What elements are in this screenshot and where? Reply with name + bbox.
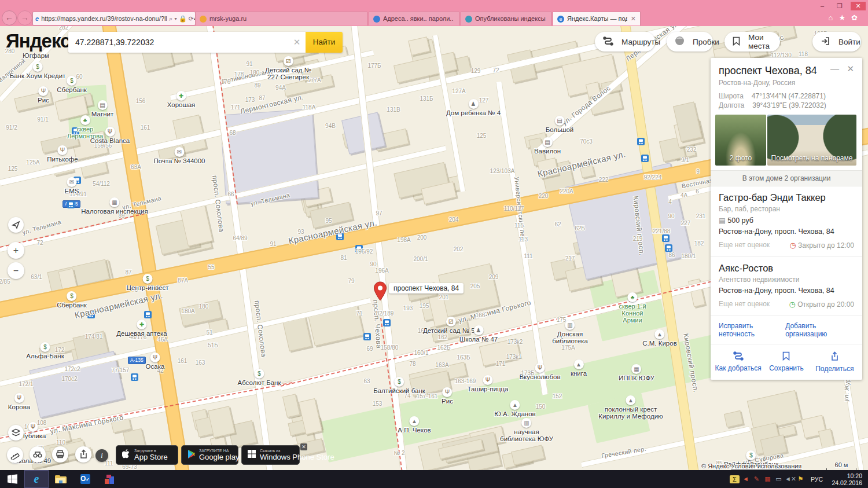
zoom-out-button[interactable]: − bbox=[8, 262, 24, 279]
panel-minimize-icon[interactable]: — bbox=[830, 64, 839, 74]
clear-search-icon[interactable]: ✕ bbox=[288, 32, 306, 53]
map-poi-label[interactable]: ✉EMS bbox=[65, 177, 79, 195]
transit-stop-icon[interactable] bbox=[662, 234, 670, 241]
badges-close-icon[interactable]: ✕ bbox=[300, 443, 307, 450]
explorer-taskbar-icon[interactable] bbox=[49, 470, 73, 488]
map-poi-label[interactable]: ✚Хорошая bbox=[167, 91, 196, 108]
transit-stop-icon[interactable] bbox=[67, 200, 75, 208]
share-button[interactable]: Поделиться bbox=[811, 350, 859, 373]
map-poi-label[interactable]: ▲А.П. Чехов bbox=[398, 416, 431, 434]
transit-stop-icon[interactable] bbox=[363, 332, 371, 340]
save-button[interactable]: Сохранить bbox=[762, 350, 810, 373]
map-poi-label[interactable]: ▤Вавилон bbox=[534, 137, 561, 155]
geolocation-button[interactable] bbox=[8, 217, 24, 233]
map-poi-label[interactable]: $Центр-инвест bbox=[127, 274, 169, 291]
window-minimize-button[interactable]: – bbox=[815, 2, 830, 10]
fix-inaccuracy-link[interactable]: Исправить неточность bbox=[719, 322, 785, 338]
forward-button[interactable]: → bbox=[17, 10, 32, 25]
window-restore-button[interactable]: ❐ bbox=[832, 2, 847, 10]
chart-tray-icon[interactable]: ▦ bbox=[763, 475, 773, 483]
back-button[interactable]: ← bbox=[2, 10, 17, 25]
map-poi-label[interactable]: ✚Дешевая аптека bbox=[116, 320, 167, 337]
map-poi-label[interactable]: ΨКорова bbox=[8, 393, 30, 410]
outlook-taskbar-icon[interactable]: O✓ bbox=[73, 470, 97, 488]
yandex-logo[interactable]: Яндекс bbox=[6, 30, 70, 52]
ie-taskbar-icon[interactable]: e bbox=[24, 470, 49, 488]
app-blocks-taskbar-icon[interactable] bbox=[97, 470, 122, 488]
map-poi-label[interactable]: ⚂Детский сад № 227 Снегирек bbox=[265, 56, 311, 80]
organization-card[interactable]: Аякс-Ростов Агентство недвижимости Росто… bbox=[711, 257, 862, 316]
nav-pill-routes[interactable]: Маршруты bbox=[595, 32, 655, 52]
pen-tray-icon[interactable]: ✎ bbox=[752, 475, 762, 483]
map-poi-label[interactable]: ▲Ю.А. Жданов bbox=[494, 400, 535, 417]
transit-stop-icon[interactable] bbox=[383, 318, 391, 326]
tab-close-icon[interactable]: ✕ bbox=[627, 12, 636, 25]
map-poi-label[interactable]: $Сбербанк bbox=[57, 291, 87, 309]
map-poi-label[interactable]: ♟Школа № 47 bbox=[459, 325, 498, 343]
info-button[interactable]: i bbox=[95, 449, 108, 462]
favorites-star-icon[interactable]: ★ bbox=[838, 13, 851, 22]
transit-stop-icon[interactable] bbox=[144, 310, 152, 318]
browser-tab-4[interactable]: eЯндекс.Карты — подробна...✕ bbox=[553, 12, 641, 25]
add-organization-link[interactable]: Добавить организацию bbox=[785, 322, 854, 338]
map-poi-label[interactable]: $Абсолют Банк bbox=[237, 369, 281, 386]
flag-warning-tray-icon[interactable]: ⚑ bbox=[796, 475, 806, 483]
map-poi-label[interactable]: ΨВкуснолюбов bbox=[519, 363, 560, 380]
sigma-tray-icon[interactable]: Σ bbox=[730, 475, 740, 483]
org-name[interactable]: Аякс-Ростов bbox=[719, 263, 854, 274]
volume-red-tray-icon[interactable]: ◄ bbox=[741, 475, 751, 483]
map-marker-pin[interactable] bbox=[373, 281, 387, 303]
transit-stop-icon[interactable] bbox=[131, 373, 138, 380]
map-poi-label[interactable]: ▦ИППК ЮФУ bbox=[619, 364, 654, 381]
window-close-button[interactable]: ✕ bbox=[851, 2, 866, 10]
transit-stop-icon[interactable] bbox=[641, 154, 649, 162]
transit-stop-icon[interactable] bbox=[665, 244, 672, 251]
organization-card[interactable]: Гастро-бар Энди Таккер Бар, паб, рестора… bbox=[711, 186, 862, 257]
language-indicator[interactable]: РУС bbox=[811, 476, 823, 483]
photo-thumbnail[interactable]: 2 фото bbox=[715, 115, 766, 166]
ruler-button[interactable] bbox=[7, 447, 23, 463]
map-poi-label[interactable]: ΨТашир-пицца bbox=[468, 375, 509, 392]
layers-button[interactable] bbox=[8, 425, 24, 441]
map-poi-label[interactable]: ▦Налоговая инспекция bbox=[81, 197, 148, 215]
terms-link[interactable]: Условия использования bbox=[731, 463, 801, 469]
map-poi-label[interactable]: ΨПитькофе bbox=[47, 145, 78, 163]
search-input[interactable]: 47.228871,39.722032 bbox=[68, 32, 288, 53]
org-name[interactable]: Гастро-бар Энди Таккер bbox=[719, 192, 854, 203]
map-poi-label[interactable]: ✉Почта № 344000 bbox=[153, 147, 205, 164]
zoom-in-button[interactable]: + bbox=[8, 242, 24, 259]
transit-stop-icon[interactable] bbox=[637, 137, 645, 145]
map-poi-label[interactable]: ΨРис bbox=[442, 387, 453, 405]
taskbar-clock[interactable]: 10:2024.02.2016 bbox=[827, 472, 862, 486]
nav-pill-login[interactable]: Войти bbox=[812, 32, 861, 52]
get-directions-button[interactable]: Как добраться bbox=[714, 350, 762, 373]
volume-muted-tray-icon[interactable]: ◄✕ bbox=[785, 475, 795, 483]
panorama-thumbnail[interactable]: Посмотреть на панораме bbox=[767, 115, 856, 166]
nav-pill-my-places[interactable]: Мои места bbox=[724, 32, 780, 52]
map-poi-label[interactable]: ▲поклонный крест Кириллу и Мефодию bbox=[598, 395, 663, 420]
map-poi-label[interactable]: ▲С.М. Киров bbox=[642, 329, 677, 347]
address-bar[interactable]: ehttps://maps.yandex.ru/39/rostov-na-don… bbox=[32, 12, 196, 25]
windowsphone-badge[interactable]: Скачать изWindows Phone Store bbox=[241, 445, 300, 465]
appstore-badge[interactable]: Загрузите вApp Store bbox=[116, 445, 178, 465]
print-button[interactable] bbox=[52, 446, 68, 463]
map-poi-label[interactable]: ▥Донская библиотека bbox=[552, 320, 588, 344]
map-poi-label[interactable]: ΨПублика bbox=[20, 422, 46, 439]
network-tray-icon[interactable]: ▭ bbox=[774, 475, 784, 483]
browser-tab-2[interactable]: Адреса.. явки.. пароли.. - Фор... bbox=[369, 12, 459, 25]
map-marker-label[interactable]: проспект Чехова, 84 bbox=[389, 283, 464, 293]
map-poi-label[interactable]: ▲книга bbox=[571, 359, 587, 377]
map-poi-label[interactable]: ▤Большой bbox=[546, 116, 573, 133]
map-poi-label[interactable]: ♣сквер 1-й Конной Армии bbox=[619, 292, 646, 324]
search-button[interactable]: Найти bbox=[306, 32, 343, 53]
map-poi-label[interactable]: ΨОсака bbox=[146, 353, 165, 370]
map-poi-label[interactable]: $Альфа-Банк bbox=[26, 342, 64, 359]
binoculars-button[interactable] bbox=[30, 446, 46, 463]
googleplay-badge[interactable]: ЗАГРУЗИТЕ НАGoogle play bbox=[181, 445, 238, 465]
map-poi-label[interactable]: ▥научная библиотека ЮФУ bbox=[500, 418, 553, 442]
home-icon[interactable]: ⌂ bbox=[829, 13, 839, 22]
settings-gear-icon[interactable]: ✿ bbox=[851, 13, 863, 22]
map-poi-label[interactable]: ΨРис bbox=[38, 86, 49, 104]
map-poi-label[interactable]: $Сбербанк bbox=[57, 76, 87, 93]
map-poi-label[interactable]: ♟Дом ребенка № 4 bbox=[446, 99, 501, 116]
